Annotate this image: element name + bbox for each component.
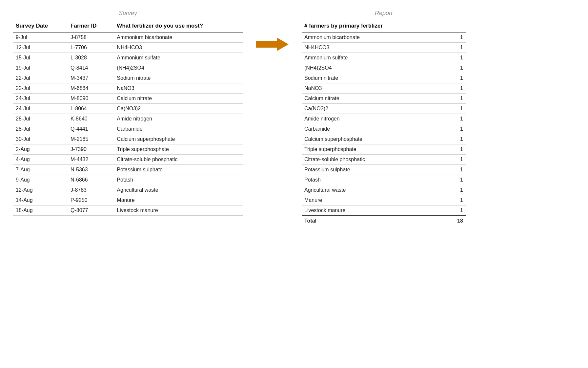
survey-row: 19-Jul Q-8414 (NH4)2SO4 (13, 63, 243, 73)
survey-row: 12-Aug J-8783 Agricultural waste (13, 185, 243, 195)
survey-row: 24-Jul L-8064 Ca(NO3)2 (13, 104, 243, 114)
survey-row: 15-Jul L-3028 Ammonium sulfate (13, 53, 243, 63)
report-cell-fertilizer: Triple superphosphate (302, 144, 443, 155)
report-cell-fertilizer: Ammonium bicarbonate (302, 32, 443, 43)
report-cell-fertilizer: Agricultural waste (302, 185, 443, 195)
report-cell-fertilizer: Citrate-soluble phosphatic (302, 155, 443, 165)
report-row: Agricultural waste 1 (302, 185, 466, 195)
survey-cell-date: 30-Jul (13, 134, 68, 144)
survey-cell-date: 18-Aug (13, 206, 68, 216)
survey-row: 12-Jul L-7706 NH4HCO3 (13, 43, 243, 53)
report-cell-count: 1 (443, 94, 466, 104)
report-row: Ammonium bicarbonate 1 (302, 32, 466, 43)
report-row: (NH4)2SO4 1 (302, 63, 466, 73)
report-row: NH4HCO3 1 (302, 43, 466, 53)
survey-cell-farmer-id: Q-4441 (68, 124, 114, 134)
survey-cell-fertilizer: Potassium sulphate (114, 165, 243, 175)
survey-cell-fertilizer: Livestock manure (114, 206, 243, 216)
survey-cell-farmer-id: M-3437 (68, 73, 114, 83)
survey-cell-date: 12-Jul (13, 43, 68, 53)
survey-section: Survey Survey Date Farmer ID What fertil… (13, 10, 243, 216)
report-cell-fertilizer: (NH4)2SO4 (302, 63, 443, 73)
survey-cell-farmer-id: M-4432 (68, 155, 114, 165)
survey-cell-date: 15-Jul (13, 53, 68, 63)
survey-cell-farmer-id: J-7390 (68, 144, 114, 155)
survey-cell-farmer-id: L-7706 (68, 43, 114, 53)
survey-cell-farmer-id: M-6884 (68, 83, 114, 94)
survey-cell-farmer-id: Q-8414 (68, 63, 114, 73)
survey-row: 9-Aug N-6866 Potash (13, 175, 243, 185)
report-total-label: Total (302, 216, 443, 226)
survey-cell-farmer-id: N-5363 (68, 165, 114, 175)
report-cell-fertilizer: Sodium nitrate (302, 73, 443, 83)
report-cell-count: 1 (443, 195, 466, 206)
report-cell-count: 1 (443, 63, 466, 73)
survey-cell-farmer-id: J-8783 (68, 185, 114, 195)
report-row: Livestock manure 1 (302, 206, 466, 216)
main-container: Survey Survey Date Farmer ID What fertil… (13, 10, 575, 226)
report-cell-fertilizer: Livestock manure (302, 206, 443, 216)
survey-cell-date: 7-Aug (13, 165, 68, 175)
report-row: Sodium nitrate 1 (302, 73, 466, 83)
survey-cell-fertilizer: Potash (114, 175, 243, 185)
report-cell-fertilizer: Calcium superphosphate (302, 134, 443, 144)
report-cell-fertilizer: NaNO3 (302, 83, 443, 94)
report-row: Ca(NO3)2 1 (302, 104, 466, 114)
survey-row: 14-Aug P-9250 Manure (13, 195, 243, 206)
survey-cell-date: 24-Jul (13, 104, 68, 114)
survey-table: Survey Date Farmer ID What fertilizer do… (13, 21, 243, 216)
survey-cell-fertilizer: (NH4)2SO4 (114, 63, 243, 73)
report-cell-count: 1 (443, 73, 466, 83)
report-row: Potash 1 (302, 175, 466, 185)
report-cell-fertilizer: Potash (302, 175, 443, 185)
report-cell-count: 1 (443, 43, 466, 53)
survey-row: 28-Jul Q-4441 Carbamide (13, 124, 243, 134)
survey-row: 30-Jul M-2185 Calcium superphosphate (13, 134, 243, 144)
report-row: NaNO3 1 (302, 83, 466, 94)
survey-cell-fertilizer: Ca(NO3)2 (114, 104, 243, 114)
survey-cell-fertilizer: Citrate-soluble phosphatic (114, 155, 243, 165)
report-cell-fertilizer: Ca(NO3)2 (302, 104, 443, 114)
report-cell-fertilizer: Manure (302, 195, 443, 206)
survey-column-headers: Survey Date Farmer ID What fertilizer do… (13, 21, 243, 32)
report-title: # farmers by primary fertilizer (302, 21, 466, 32)
report-row: Manure 1 (302, 195, 466, 206)
report-cell-count: 1 (443, 206, 466, 216)
survey-cell-fertilizer: Ammonium bicarbonate (114, 32, 243, 43)
survey-cell-farmer-id: M-2185 (68, 134, 114, 144)
report-cell-count: 1 (443, 104, 466, 114)
survey-cell-farmer-id: M-8090 (68, 94, 114, 104)
survey-col-farmer-id: Farmer ID (68, 21, 114, 32)
survey-cell-farmer-id: N-6866 (68, 175, 114, 185)
survey-cell-fertilizer: Carbamide (114, 124, 243, 134)
survey-cell-date: 28-Jul (13, 124, 68, 134)
survey-cell-farmer-id: Q-8077 (68, 206, 114, 216)
survey-row: 9-Jul J-8758 Ammonium bicarbonate (13, 32, 243, 43)
report-cell-fertilizer: Calcium nitrate (302, 94, 443, 104)
survey-cell-date: 28-Jul (13, 114, 68, 124)
survey-cell-fertilizer: Manure (114, 195, 243, 206)
report-table: # farmers by primary fertilizer Ammonium… (302, 21, 466, 226)
report-cell-count: 1 (443, 32, 466, 43)
report-row: Ammonium sulfate 1 (302, 53, 466, 63)
survey-cell-fertilizer: Triple superphosphate (114, 144, 243, 155)
survey-row: 7-Aug N-5363 Potassium sulphate (13, 165, 243, 175)
survey-cell-date: 19-Jul (13, 63, 68, 73)
report-cell-fertilizer: Carbamide (302, 124, 443, 134)
survey-cell-date: 9-Aug (13, 175, 68, 185)
survey-cell-fertilizer: Ammonium sulfate (114, 53, 243, 63)
report-cell-count: 1 (443, 53, 466, 63)
survey-cell-date: 4-Aug (13, 155, 68, 165)
report-total-count: 18 (443, 216, 466, 226)
survey-row: 18-Aug Q-8077 Livestock manure (13, 206, 243, 216)
survey-row: 2-Aug J-7390 Triple superphosphate (13, 144, 243, 155)
report-row: Carbamide 1 (302, 124, 466, 134)
survey-cell-fertilizer: NaNO3 (114, 83, 243, 94)
report-row: Calcium superphosphate 1 (302, 134, 466, 144)
report-row: Amide nitrogen 1 (302, 114, 466, 124)
arrow-icon (256, 36, 289, 53)
survey-cell-fertilizer: NH4HCO3 (114, 43, 243, 53)
report-cell-count: 1 (443, 144, 466, 155)
survey-cell-date: 12-Aug (13, 185, 68, 195)
report-cell-count: 1 (443, 124, 466, 134)
